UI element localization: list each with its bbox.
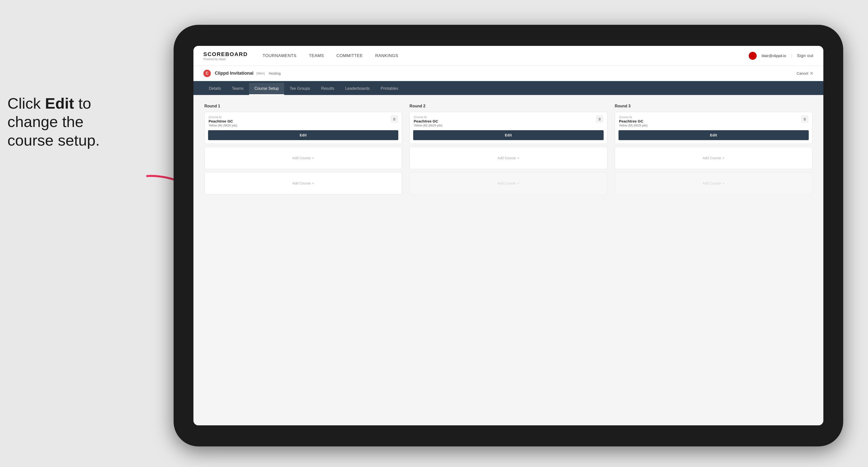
round-3-edit-button[interactable]: Edit — [619, 130, 809, 140]
logo-sub-text: Powered by clippd — [204, 58, 248, 61]
round-2-column: Round 2 (Course A) Peachtree GC Yellow (… — [409, 104, 607, 197]
cancel-x-icon: ✕ — [810, 71, 813, 76]
add-course-text-r2-1: Add Course — [497, 156, 516, 160]
round-1-course-header: (Course A) Peachtree GC Yellow (M) (6629… — [205, 112, 402, 128]
round-1-delete-button[interactable]: 🗑 — [391, 116, 398, 123]
round-3-label: Round 3 — [615, 104, 812, 108]
round-2-course-name: Peachtree GC — [414, 119, 596, 123]
round-1-add-course-2[interactable]: Add Course + — [204, 172, 402, 194]
delete-icon-r2: 🗑 — [598, 117, 601, 121]
cancel-button[interactable]: Cancel ✕ — [797, 71, 813, 76]
round-1-add-course-1[interactable]: Add Course + — [204, 147, 402, 169]
nav-divider: | — [791, 54, 792, 58]
sign-out-link[interactable]: Sign out — [797, 53, 813, 58]
tab-details[interactable]: Details — [204, 83, 226, 95]
round-3-course-info: (Course A) Peachtree GC Yellow (M) (6629… — [619, 116, 801, 127]
nav-right: blair@clippd.io | Sign out — [749, 52, 813, 60]
round-3-course-card: (Course A) Peachtree GC Yellow (M) (6629… — [615, 112, 812, 144]
round-1-course-name: Peachtree GC — [209, 119, 391, 123]
tournament-badge: (Men) — [256, 71, 265, 75]
user-avatar — [749, 52, 757, 60]
tab-teams[interactable]: Teams — [226, 83, 249, 95]
round-1-course-info: (Course A) Peachtree GC Yellow (M) (6629… — [209, 116, 391, 127]
rounds-grid: Round 1 (Course A) Peachtree GC Yellow (… — [204, 104, 812, 197]
round-1-column: Round 1 (Course A) Peachtree GC Yellow (… — [204, 104, 402, 197]
user-email: blair@clippd.io — [762, 54, 786, 58]
round-2-course-label: (Course A) — [414, 116, 596, 119]
scoreboard-logo: SCOREBOARD Powered by clippd — [204, 51, 248, 61]
round-2-course-info: (Course A) Peachtree GC Yellow (M) (6629… — [414, 116, 596, 127]
round-3-add-course-1[interactable]: Add Course + — [615, 147, 812, 169]
nav-tournaments[interactable]: TOURNAMENTS — [262, 53, 297, 58]
add-course-text-r3-2: Add Course — [703, 181, 721, 185]
add-course-icon-r2-1: + — [517, 156, 519, 160]
cancel-label: Cancel — [797, 71, 808, 75]
round-1-edit-button[interactable]: Edit — [208, 130, 398, 140]
brand-logo: C — [204, 70, 211, 77]
tab-course-setup[interactable]: Course Setup — [249, 83, 284, 95]
add-course-icon-r3-1: + — [722, 156, 724, 160]
delete-icon-r3: 🗑 — [803, 117, 806, 121]
round-2-add-course-1[interactable]: Add Course + — [409, 147, 607, 169]
round-1-course-card: (Course A) Peachtree GC Yellow (M) (6629… — [204, 112, 402, 144]
round-3-add-course-2: Add Course + — [615, 172, 812, 194]
tab-results[interactable]: Results — [316, 83, 340, 95]
round-3-column: Round 3 (Course A) Peachtree GC Yellow (… — [615, 104, 812, 197]
round-3-course-name: Peachtree GC — [619, 119, 801, 123]
round-2-add-course-2: Add Course + — [409, 172, 607, 194]
add-course-text-r3-1: Add Course — [703, 156, 721, 160]
tab-leaderboards[interactable]: Leaderboards — [340, 83, 375, 95]
add-course-icon-r1-1: + — [312, 156, 314, 160]
tab-tee-groups[interactable]: Tee Groups — [284, 83, 316, 95]
round-1-course-details: Yellow (M) (6629 yds) — [209, 124, 391, 127]
add-course-icon-r2-2: + — [517, 181, 519, 185]
round-1-course-label: (Course A) — [209, 116, 391, 119]
add-course-text-r2-2: Add Course — [497, 181, 516, 185]
round-1-label: Round 1 — [204, 104, 402, 108]
delete-icon: 🗑 — [393, 117, 396, 121]
round-2-course-card: (Course A) Peachtree GC Yellow (M) (6629… — [409, 112, 607, 144]
round-3-course-header: (Course A) Peachtree GC Yellow (M) (6629… — [615, 112, 812, 128]
add-course-icon-r3-2: + — [722, 181, 724, 185]
round-2-label: Round 2 — [409, 104, 607, 108]
hosting-label: Hosting — [269, 71, 280, 75]
nav-committee[interactable]: COMMITTEE — [336, 53, 363, 58]
logo-main-text: SCOREBOARD — [204, 51, 248, 58]
main-content: Round 1 (Course A) Peachtree GC Yellow (… — [193, 95, 824, 425]
round-3-course-details: Yellow (M) (6629 yds) — [619, 124, 801, 127]
tabs-bar: Details Teams Course Setup Tee Groups Re… — [193, 81, 824, 95]
add-course-text-r1-2: Add Course — [292, 181, 311, 185]
add-course-text-r1-1: Add Course — [292, 156, 311, 160]
annotation-text: Click Edit tochange thecourse setup. — [7, 94, 136, 150]
annotation-bold: Edit — [45, 95, 74, 112]
nav-teams[interactable]: TEAMS — [309, 53, 324, 58]
round-2-edit-button[interactable]: Edit — [413, 130, 603, 140]
sub-header-right: Cancel ✕ — [797, 71, 813, 76]
top-navigation: SCOREBOARD Powered by clippd TOURNAMENTS… — [193, 46, 824, 66]
tournament-title: Clippd Invitational — [215, 71, 253, 76]
round-3-course-label: (Course A) — [619, 116, 801, 119]
nav-links: TOURNAMENTS TEAMS COMMITTEE RANKINGS — [262, 53, 749, 58]
sub-header: C Clippd Invitational (Men) Hosting Canc… — [193, 66, 824, 81]
tab-printables[interactable]: Printables — [375, 83, 404, 95]
round-2-course-details: Yellow (M) (6629 yds) — [414, 124, 596, 127]
round-2-course-header: (Course A) Peachtree GC Yellow (M) (6629… — [410, 112, 607, 128]
round-3-delete-button[interactable]: 🗑 — [801, 116, 808, 123]
tablet-device: SCOREBOARD Powered by clippd TOURNAMENTS… — [174, 25, 843, 446]
round-2-delete-button[interactable]: 🗑 — [596, 116, 603, 123]
tablet-screen: SCOREBOARD Powered by clippd TOURNAMENTS… — [193, 46, 824, 425]
add-course-icon-r1-2: + — [312, 181, 314, 185]
nav-rankings[interactable]: RANKINGS — [375, 53, 398, 58]
